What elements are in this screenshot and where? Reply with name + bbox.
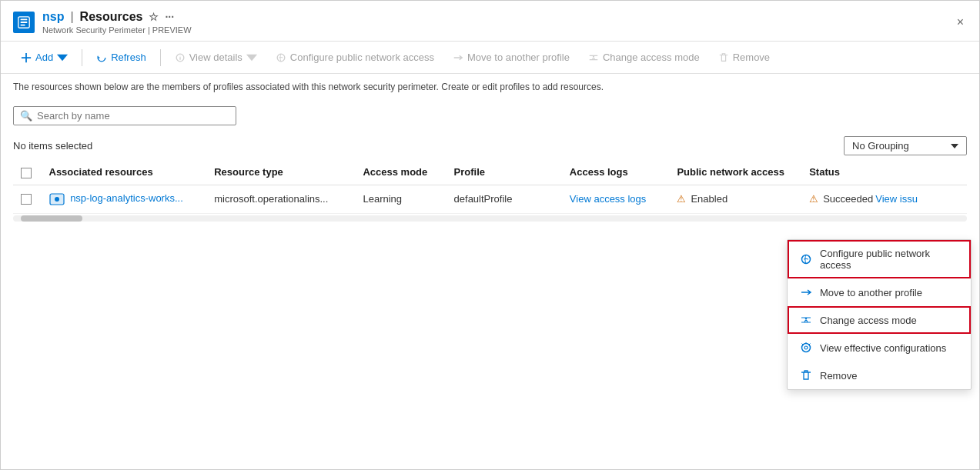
toolbar: Add Refresh View details Configure publi…	[1, 42, 979, 74]
search-input[interactable]	[37, 110, 229, 122]
refresh-button[interactable]: Refresh	[89, 48, 154, 67]
svg-rect-2	[21, 22, 28, 23]
ctx-configure-public[interactable]: Configure public network access	[788, 240, 971, 278]
panel-icon	[13, 12, 35, 33]
panel-title: nsp | Resources ☆ ···	[42, 10, 192, 24]
resources-table: Associated resources Resource type Acces…	[13, 160, 967, 214]
panel-subtitle: Network Security Perimeter | PREVIEW	[42, 25, 192, 35]
panel-header: nsp | Resources ☆ ··· Network Security P…	[1, 1, 979, 42]
panel-title-sep: |	[70, 10, 73, 24]
search-icon: 🔍	[20, 110, 32, 122]
th-associated-resources: Associated resources	[42, 160, 207, 185]
ctx-move-profile-icon	[800, 286, 812, 298]
table-wrap: Associated resources Resource type Acces…	[1, 160, 979, 214]
panel-header-left: nsp | Resources ☆ ··· Network Security P…	[13, 10, 192, 35]
ctx-view-effective-icon	[800, 342, 812, 354]
th-access-logs: Access logs	[562, 160, 670, 185]
ctx-configure-public-icon	[800, 253, 812, 265]
ctx-remove[interactable]: Remove	[788, 362, 971, 389]
view-details-dropdown-icon	[246, 52, 257, 63]
main-panel: nsp | Resources ☆ ··· Network Security P…	[0, 0, 980, 470]
ctx-change-access[interactable]: Change access mode	[788, 306, 971, 334]
panel-resource-name: nsp	[42, 10, 64, 24]
th-resource-type: Resource type	[206, 160, 355, 185]
more-options-icon[interactable]: ···	[165, 11, 174, 23]
table-header-row: Associated resources Resource type Acces…	[13, 160, 967, 185]
info-bar: The resources shown below are the member…	[1, 74, 979, 100]
view-details-button[interactable]: View details	[167, 48, 265, 67]
configure-public-button[interactable]: Configure public network access	[268, 48, 442, 67]
status-warning-icon: ⚠	[809, 193, 818, 205]
grouping-chevron-icon	[951, 144, 958, 148]
table-controls: No items selected No Grouping	[1, 132, 979, 160]
ctx-change-access-icon	[800, 314, 812, 326]
view-details-icon	[175, 52, 186, 63]
row-access-logs: View access logs	[562, 185, 670, 213]
toolbar-separator	[82, 49, 82, 66]
remove-button[interactable]: Remove	[711, 48, 778, 67]
th-profile: Profile	[447, 160, 562, 185]
row-profile: defaultProfile	[447, 185, 562, 213]
remove-icon	[718, 52, 729, 63]
scrollbar-track	[13, 215, 967, 222]
th-checkbox	[13, 160, 42, 185]
change-access-icon	[588, 52, 599, 63]
refresh-icon	[96, 52, 107, 63]
select-all-checkbox[interactable]	[21, 168, 32, 178]
scrollbar-thumb[interactable]	[21, 215, 82, 222]
row-status: ⚠ Succeeded View issu	[801, 185, 967, 213]
search-bar: 🔍	[1, 100, 979, 132]
svg-point-5	[277, 54, 285, 62]
toolbar-separator-2	[160, 49, 161, 66]
context-menu: Configure public network access Move to …	[787, 239, 972, 390]
resource-type-icon	[49, 192, 65, 207]
th-access-mode: Access mode	[355, 160, 446, 185]
th-public-network: Public network access	[669, 160, 801, 185]
items-selected-label: No items selected	[13, 140, 92, 152]
search-input-wrap: 🔍	[13, 106, 236, 125]
row-resource-type: microsoft.operationalins...	[206, 185, 355, 213]
svg-point-11	[804, 346, 808, 349]
svg-point-9	[802, 255, 811, 264]
grouping-dropdown[interactable]: No Grouping	[844, 136, 967, 155]
svg-rect-1	[21, 19, 28, 21]
row-public-network: ⚠ Enabled	[669, 185, 801, 213]
row-checkbox[interactable]	[21, 194, 32, 205]
svg-rect-3	[21, 25, 25, 26]
table-row: nsp-log-analytics-works... microsoft.ope…	[13, 185, 967, 213]
add-button[interactable]: Add	[13, 48, 75, 67]
panel-section-name: Resources	[80, 10, 143, 24]
th-status: Status	[801, 160, 967, 185]
ctx-move-profile[interactable]: Move to another profile	[788, 278, 971, 306]
add-dropdown-icon	[57, 52, 68, 63]
row-associated-resource: nsp-log-analytics-works...	[42, 185, 207, 213]
row-access-mode: Learning	[355, 185, 446, 213]
view-issue-link[interactable]: View issu	[875, 193, 918, 205]
resource-link[interactable]: nsp-log-analytics-works...	[70, 192, 183, 204]
row-checkbox-cell	[13, 185, 42, 213]
ctx-remove-icon	[800, 369, 812, 382]
view-access-logs-link[interactable]: View access logs	[570, 193, 646, 205]
close-button[interactable]: ×	[954, 12, 967, 32]
favorite-icon[interactable]: ☆	[149, 11, 159, 23]
change-access-button[interactable]: Change access mode	[580, 48, 707, 67]
panel-title-block: nsp | Resources ☆ ··· Network Security P…	[42, 10, 192, 35]
configure-public-icon	[276, 52, 286, 63]
ctx-view-effective[interactable]: View effective configurations	[788, 334, 971, 362]
move-profile-icon	[453, 52, 463, 63]
horizontal-scrollbar[interactable]	[1, 215, 979, 222]
public-network-warning-icon: ⚠	[677, 193, 686, 205]
svg-point-8	[55, 197, 59, 202]
move-profile-button[interactable]: Move to another profile	[445, 48, 577, 67]
add-icon	[21, 52, 32, 63]
